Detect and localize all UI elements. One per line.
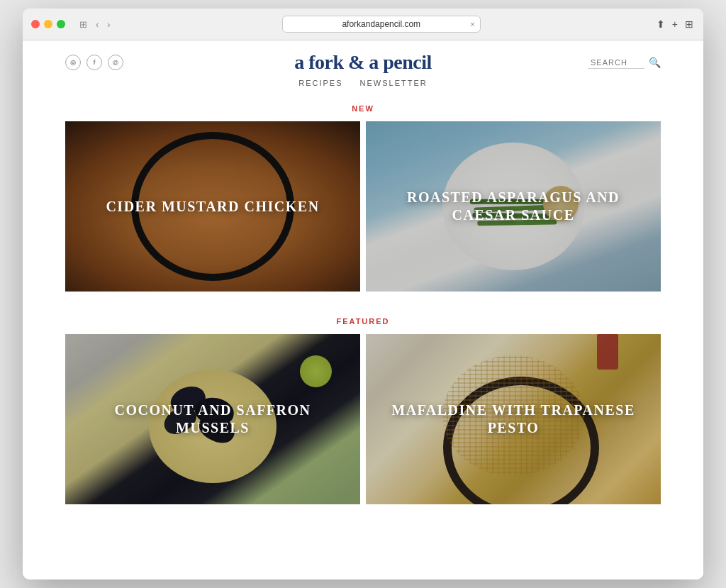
browser-traffic-lights	[31, 20, 65, 28]
recipe-card-pasta[interactable]: MAFALDINE WITH TRAPANESE PESTO	[366, 334, 661, 504]
social-icons: ◎ f @	[65, 55, 123, 70]
share-button[interactable]: ⬆	[655, 17, 666, 31]
minimize-dot[interactable]	[44, 20, 52, 28]
main-content: NEW CIDER MUSTARD CHICKEN	[23, 93, 703, 504]
recipe-overlay-cider: CIDER MUSTARD CHICKEN	[65, 121, 360, 292]
back-button[interactable]: ‹	[93, 18, 101, 31]
search-button[interactable]: 🔍	[649, 57, 661, 68]
recipe-title-asparagus: ROASTED ASPARAGUS AND CAESAR SAUCE	[380, 189, 647, 224]
recipe-title-mussels: COCONUT AND SAFFRON MUSSELS	[79, 401, 346, 437]
new-recipes-grid: CIDER MUSTARD CHICKEN	[65, 121, 661, 292]
search-area: 🔍	[588, 57, 661, 69]
maximize-dot[interactable]	[57, 20, 65, 28]
new-tab-button[interactable]: +	[671, 17, 679, 31]
address-wrapper: 🔒 ×	[282, 16, 481, 33]
browser-window: ⊞ ‹ › 🔒 × ⬆ + ⊞ ◎ f	[23, 9, 703, 579]
site-title-wrapper: a fork & a pencil	[294, 51, 432, 74]
recipe-card-asparagus[interactable]: ROASTED ASPARAGUS AND CAESAR SAUCE	[366, 121, 661, 292]
facebook-icon[interactable]: f	[86, 55, 102, 70]
nav-newsletter[interactable]: NEWSLETTER	[360, 79, 428, 87]
forward-button[interactable]: ›	[104, 18, 113, 31]
grid-button[interactable]: ⊞	[683, 17, 695, 31]
site-title[interactable]: a fork & a pencil	[294, 51, 432, 74]
browser-nav-controls: ⊞ ‹ ›	[77, 18, 113, 31]
address-bar: 🔒 ×	[119, 16, 644, 33]
recipe-title-cider: CIDER MUSTARD CHICKEN	[106, 198, 319, 216]
recipe-card-mussels[interactable]: COCONUT AND SAFFRON MUSSELS	[65, 334, 360, 504]
featured-section-label: FEATURED	[65, 306, 661, 334]
recipe-overlay-pasta: MAFALDINE WITH TRAPANESE PESTO	[366, 334, 661, 504]
new-section-label: NEW	[65, 93, 661, 121]
close-dot[interactable]	[31, 20, 40, 28]
recipe-overlay-mussels: COCONUT AND SAFFRON MUSSELS	[65, 334, 360, 504]
recipe-overlay-asparagus: ROASTED ASPARAGUS AND CAESAR SAUCE	[366, 121, 661, 292]
browser-chrome: ⊞ ‹ › 🔒 × ⬆ + ⊞	[23, 9, 703, 40]
featured-recipes-grid: COCONUT AND SAFFRON MUSSELS	[65, 334, 661, 504]
instagram-icon[interactable]: @	[108, 55, 123, 70]
website-content: ◎ f @ a fork & a pencil 🔍 RECIPES NEWSLE…	[23, 40, 703, 579]
sidebar-toggle-button[interactable]: ⊞	[77, 18, 90, 31]
recipe-card-cider-chicken[interactable]: CIDER MUSTARD CHICKEN	[65, 121, 360, 292]
tab-close-button[interactable]: ×	[470, 20, 474, 28]
search-input[interactable]	[588, 57, 644, 69]
site-header: ◎ f @ a fork & a pencil 🔍	[23, 40, 703, 70]
browser-actions: ⬆ + ⊞	[655, 17, 695, 31]
url-input[interactable]	[282, 16, 481, 33]
nav-recipes[interactable]: RECIPES	[298, 79, 342, 87]
rss-icon[interactable]: ◎	[65, 55, 81, 70]
recipe-title-pasta: MAFALDINE WITH TRAPANESE PESTO	[380, 401, 647, 437]
